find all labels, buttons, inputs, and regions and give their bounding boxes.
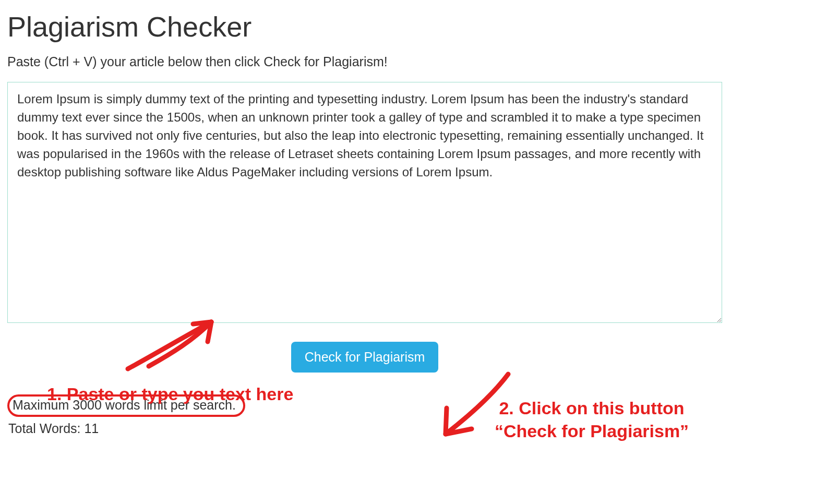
- check-plagiarism-button[interactable]: Check for Plagiarism: [291, 342, 439, 373]
- instruction-text: Paste (Ctrl + V) your article below then…: [7, 54, 832, 69]
- editor-container: 1. Paste or type you text here 2. Click …: [7, 82, 832, 323]
- limit-row: Maximum 3000 words limit per search.: [7, 394, 832, 417]
- page-title: Plagiarism Checker: [7, 10, 832, 43]
- article-textarea[interactable]: [7, 82, 722, 323]
- word-limit-text: Maximum 3000 words limit per search.: [7, 394, 245, 417]
- total-words-text: Total Words: 11: [8, 421, 832, 436]
- action-row: Check for Plagiarism: [7, 342, 722, 373]
